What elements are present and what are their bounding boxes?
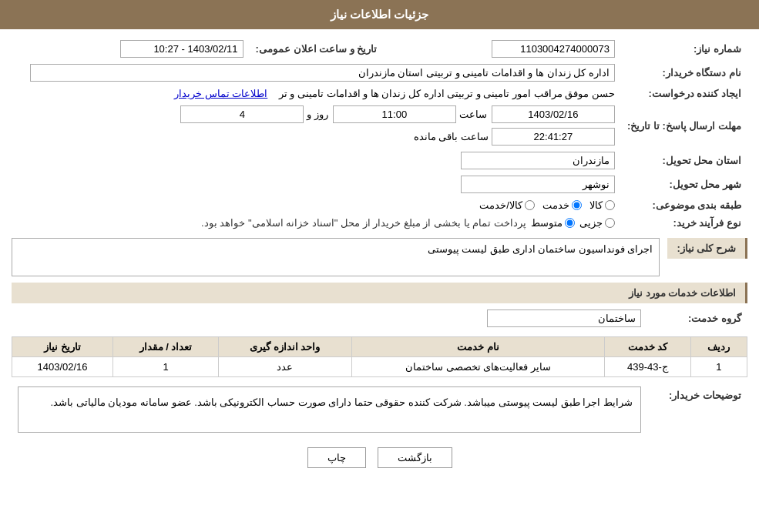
category-radio-kala-khedmat[interactable] bbox=[525, 200, 535, 210]
cell-unit: عدد bbox=[218, 357, 351, 377]
description-row: شرح کلی نیاز: اجرای فونداسیون ساختمان اد… bbox=[12, 238, 747, 276]
notes-box: شرایط اجرا طبق لیست پیوستی میباشد. شرکت … bbox=[18, 386, 641, 433]
service-group-label: گروه خدمت: bbox=[647, 306, 747, 330]
services-table: ردیف کد خدمت نام خدمت واحد اندازه گیری ت… bbox=[12, 336, 747, 377]
response-remaining-box: 22:41:27 bbox=[492, 128, 615, 146]
response-deadline-value: 1403/02/16 ساعت 11:00 روز و 4 22:41:27 bbox=[12, 102, 621, 149]
button-row: بازگشت چاپ bbox=[12, 447, 747, 468]
category-label-kala: کالا bbox=[589, 199, 603, 211]
notes-label: توضیحات خریدار: bbox=[647, 383, 747, 436]
buyer-org-value: اداره کل زندان ها و اقدامات تامینی و ترب… bbox=[12, 61, 621, 85]
purchase-type-label-motavaset: متوسط bbox=[531, 217, 563, 229]
category-options: کالا خدمت کالا/خدمت bbox=[12, 196, 621, 214]
city-box: نوشهر bbox=[461, 176, 615, 193]
table-row: 1 ج-43-439 سایر فعالیت‌های تخصصی ساختمان… bbox=[12, 357, 747, 377]
announce-date-value: 1403/02/11 - 10:27 bbox=[12, 37, 250, 61]
category-option-kala-khedmat: کالا/خدمت bbox=[479, 199, 535, 211]
creator-value: حسن موفق مراقب امور تامینی و تربیتی ادار… bbox=[12, 85, 621, 102]
province-value: مازندران bbox=[12, 149, 621, 172]
purchase-type-option-jozii: جزیی bbox=[579, 217, 615, 229]
category-radio-khedmat[interactable] bbox=[572, 200, 582, 210]
category-label-khedmat: خدمت bbox=[542, 199, 569, 211]
purchase-type-radio-jozii[interactable] bbox=[605, 218, 615, 228]
purchase-type-option-motavaset: متوسط bbox=[531, 217, 575, 229]
province-box: مازندران bbox=[461, 152, 615, 169]
page-header: جزئیات اطلاعات نیاز bbox=[0, 0, 759, 29]
col-header-code: کد خدمت bbox=[605, 337, 690, 357]
cell-qty: 1 bbox=[113, 357, 219, 377]
need-number-value: 1103004274000073 bbox=[383, 37, 621, 61]
response-deadline-label: مهلت ارسال پاسخ: تا تاریخ: bbox=[621, 102, 747, 149]
services-section-header: اطلاعات خدمات مورد نیاز bbox=[12, 283, 747, 303]
cell-code: ج-43-439 bbox=[605, 357, 690, 377]
contact-info-link[interactable]: اطلاعات تماس خریدار bbox=[174, 88, 267, 99]
col-header-name: نام خدمت bbox=[351, 337, 604, 357]
response-time-label: ساعت bbox=[459, 109, 487, 120]
col-header-date: تاریخ نیاز bbox=[12, 337, 113, 357]
province-label: استان محل تحویل: bbox=[621, 149, 747, 172]
purchase-type-value: جزیی متوسط پرداخت تمام یا بخشی از مبلغ خ… bbox=[12, 214, 621, 232]
city-label: شهر محل تحویل: bbox=[621, 172, 747, 196]
col-header-unit: واحد اندازه گیری bbox=[218, 337, 351, 357]
response-date-box: 1403/02/16 bbox=[492, 105, 615, 123]
back-button[interactable]: بازگشت bbox=[378, 447, 452, 468]
category-radio-group: کالا خدمت کالا/خدمت bbox=[18, 199, 615, 211]
cell-row: 1 bbox=[690, 357, 747, 377]
info-table-top: شماره نیاز: 1103004274000073 تاریخ و ساع… bbox=[12, 37, 747, 232]
main-content: شماره نیاز: 1103004274000073 تاریخ و ساع… bbox=[0, 29, 759, 483]
response-days-box: 4 bbox=[180, 105, 304, 123]
buyer-org-box: اداره کل زندان ها و اقدامات تامینی و ترب… bbox=[30, 64, 615, 82]
category-option-khedmat: خدمت bbox=[542, 199, 582, 211]
notes-table: توضیحات خریدار: شرایط اجرا طبق لیست پیوس… bbox=[12, 383, 747, 436]
page-container: جزئیات اطلاعات نیاز شماره نیاز: 11030042… bbox=[0, 0, 759, 532]
announce-date-label: تاریخ و ساعت اعلان عمومی: bbox=[250, 37, 384, 61]
need-number-box: 1103004274000073 bbox=[492, 40, 615, 58]
purchase-type-label: نوع فرآیند خرید: bbox=[621, 214, 747, 232]
print-button[interactable]: چاپ bbox=[307, 447, 366, 468]
col-header-row: ردیف bbox=[690, 337, 747, 357]
category-label: طبقه بندی موضوعی: bbox=[621, 196, 747, 214]
purchase-type-row: جزیی متوسط پرداخت تمام یا بخشی از مبلغ خ… bbox=[18, 217, 615, 229]
purchase-type-label-jozii: جزیی bbox=[579, 217, 603, 229]
buyer-org-label: نام دستگاه خریدار: bbox=[621, 61, 747, 85]
purchase-type-note: پرداخت تمام یا بخشی از مبلغ خریدار از مح… bbox=[201, 217, 526, 229]
service-group-box: ساختمان bbox=[487, 309, 641, 327]
cell-date: 1403/02/16 bbox=[12, 357, 113, 377]
description-section-header: شرح کلی نیاز: bbox=[667, 238, 747, 259]
description-box: اجرای فونداسیون ساختمان اداری طبق لیست پ… bbox=[12, 238, 660, 276]
notes-value: شرایط اجرا طبق لیست پیوستی میباشد. شرکت … bbox=[12, 383, 647, 436]
creator-text: حسن موفق مراقب امور تامینی و تربیتی ادار… bbox=[279, 88, 615, 99]
creator-label: ایجاد کننده درخواست: bbox=[621, 85, 747, 102]
announce-date-box: 1403/02/11 - 10:27 bbox=[120, 40, 243, 58]
service-group-value: ساختمان bbox=[12, 306, 647, 330]
category-radio-kala[interactable] bbox=[605, 200, 615, 210]
response-remaining-label: ساعت باقی مانده bbox=[414, 131, 489, 142]
city-value: نوشهر bbox=[12, 172, 621, 196]
page-title: جزئیات اطلاعات نیاز bbox=[331, 8, 428, 21]
response-days-label: روز و bbox=[307, 109, 328, 120]
description-content: اجرای فونداسیون ساختمان اداری طبق لیست پ… bbox=[12, 238, 660, 276]
service-group-table: گروه خدمت: ساختمان bbox=[12, 306, 747, 330]
purchase-type-radio-motavaset[interactable] bbox=[565, 218, 575, 228]
need-number-label: شماره نیاز: bbox=[621, 37, 747, 61]
category-option-kala: کالا bbox=[589, 199, 615, 211]
category-label-kala-khedmat: کالا/خدمت bbox=[479, 199, 522, 211]
col-header-qty: تعداد / مقدار bbox=[113, 337, 219, 357]
cell-name: سایر فعالیت‌های تخصصی ساختمان bbox=[351, 357, 604, 377]
response-time-box: 11:00 bbox=[333, 105, 456, 123]
